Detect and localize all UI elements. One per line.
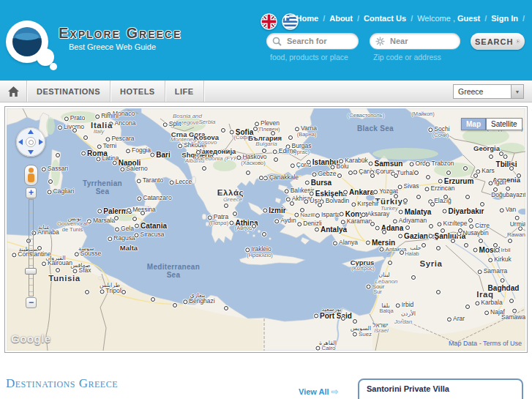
map-label: Shqipëria — [181, 152, 213, 159]
region-select-value: Greece — [454, 87, 511, 96]
map-label: Sofia — [230, 128, 253, 136]
map-label: Elazığ — [428, 198, 452, 204]
map-city-dot — [458, 228, 462, 233]
map-label: لبنان — [378, 272, 390, 279]
near-input[interactable] — [389, 36, 456, 46]
map-city-dot — [259, 176, 263, 180]
map-label: Catania — [135, 222, 167, 230]
map-label: Shkodër — [178, 142, 207, 149]
pan-up-icon[interactable] — [28, 130, 34, 134]
home-icon — [8, 86, 19, 97]
map-label: Marsala — [87, 217, 115, 224]
region-select[interactable]: Greece ▼ — [453, 84, 524, 99]
map-label: Tbilisi — [496, 152, 517, 168]
main-navbar: DESTINATIONS HOTELS LIFE Greece ▼ — [0, 81, 532, 102]
pan-down-icon[interactable] — [28, 150, 34, 154]
tab-destinations[interactable]: DESTINATIONS — [27, 81, 110, 102]
map-label: Bosnia and Herzegovina — [171, 113, 204, 127]
map-label: تونس — [68, 216, 82, 223]
nav-link-contact[interactable]: Contact Us — [364, 14, 406, 23]
map-label: القيروان — [45, 256, 66, 262]
map-label: Samarra — [478, 268, 508, 275]
zoom-slider-handle[interactable] — [25, 268, 37, 275]
map-label: Crna Gora — [171, 131, 205, 138]
map-label: Ancona — [109, 120, 136, 127]
map-label: Mosul — [473, 246, 501, 254]
near-field-wrap — [370, 33, 460, 49]
map-view-button[interactable]: Map — [461, 118, 486, 130]
map-city-dot — [353, 319, 357, 324]
map-city-dot — [224, 204, 228, 208]
map-label: Akhisar — [286, 195, 312, 202]
map-city-dot — [464, 243, 468, 247]
map-city-dot — [436, 290, 441, 294]
zoom-in-button[interactable]: + — [26, 187, 37, 198]
pan-left-icon[interactable] — [18, 139, 23, 145]
map-city-dot — [382, 230, 386, 234]
map-label: Çorum — [370, 168, 394, 175]
map-city-dot — [252, 224, 256, 228]
pan-center-icon[interactable] — [26, 137, 36, 147]
nav-link-home[interactable]: Home — [296, 14, 319, 23]
map-label: Irbil — [495, 247, 511, 254]
map-label: Antakya — [380, 247, 407, 253]
map-label: Sochi — [428, 126, 449, 133]
map-label: السويس — [351, 326, 371, 332]
map-label: Ordu — [410, 160, 430, 167]
street-view-pegman[interactable] — [24, 165, 38, 186]
pan-right-icon[interactable] — [39, 139, 43, 145]
map-label: Tripoli — [100, 288, 123, 294]
map-city-dot — [430, 202, 435, 206]
map-city-dot — [473, 174, 478, 178]
map-label: سوسة — [78, 246, 94, 253]
map-label: Syria — [419, 259, 442, 269]
satellite-view-button[interactable]: Satellite — [486, 118, 522, 130]
map-label: Istanbul — [307, 158, 340, 166]
tab-life[interactable]: LIFE — [165, 81, 203, 102]
map-label: (Πάτρα) — [209, 220, 228, 226]
guest-link[interactable]: Guest — [457, 14, 480, 23]
map-label: Irakleio — [245, 246, 271, 253]
map-city-dot — [132, 217, 137, 221]
map-label: Nazilli — [294, 212, 315, 219]
map-city-dot — [114, 216, 119, 220]
pan-control[interactable] — [16, 127, 45, 157]
map-label: Taranto — [137, 177, 163, 184]
map-label: Italia — [91, 121, 113, 130]
map-label: Kırşehir — [351, 201, 378, 207]
map-label: Sfax — [72, 267, 91, 274]
map-city-dot — [141, 211, 145, 215]
map-city-dot — [290, 201, 294, 206]
nav-link-about[interactable]: About — [329, 14, 353, 23]
map-canvas[interactable]: MonacoPratoRiminiAnconaItaliaItalyLivorn… — [7, 108, 525, 351]
zoom-out-button[interactable]: − — [26, 297, 37, 308]
zoom-slider-track[interactable] — [29, 199, 34, 297]
map-city-dot — [274, 157, 278, 162]
map-city-dot — [489, 154, 493, 159]
map-label: Burgas — [286, 143, 312, 149]
view-all-link[interactable]: View All⇨ — [299, 387, 339, 397]
tab-hotels[interactable]: HOTELS — [110, 81, 165, 102]
chevron-down-icon[interactable]: ▼ — [511, 85, 523, 98]
home-tab[interactable] — [0, 81, 26, 102]
map-city-dot — [262, 149, 266, 153]
search-field-wrap — [266, 33, 359, 49]
destination-card[interactable]: Santorini Private Villa — [358, 379, 523, 399]
map-label: Çorlu — [291, 162, 311, 168]
signin-link[interactable]: Sign In — [491, 14, 518, 23]
uk-flag-icon[interactable] — [261, 13, 277, 30]
map-label: Erzurum — [438, 177, 474, 185]
search-button[interactable]: SEARCH — [471, 33, 525, 50]
map-city-dot — [233, 212, 237, 216]
map-data-link[interactable]: Map Data — [449, 340, 477, 347]
map-city-dot — [451, 239, 455, 243]
map-label: Ελλάς — [217, 188, 244, 198]
map-city-dot — [271, 131, 275, 135]
map-city-dot — [441, 228, 445, 233]
map-label: Patra — [208, 214, 228, 220]
map-label: Izmir — [263, 206, 285, 215]
map-attribution: Map Data - Terms of Use — [449, 340, 522, 347]
terms-link[interactable]: Terms of Use — [483, 340, 522, 347]
search-input[interactable] — [285, 36, 353, 46]
site-logo[interactable]: Explore Greece Best Greece Web Guide — [6, 19, 255, 70]
